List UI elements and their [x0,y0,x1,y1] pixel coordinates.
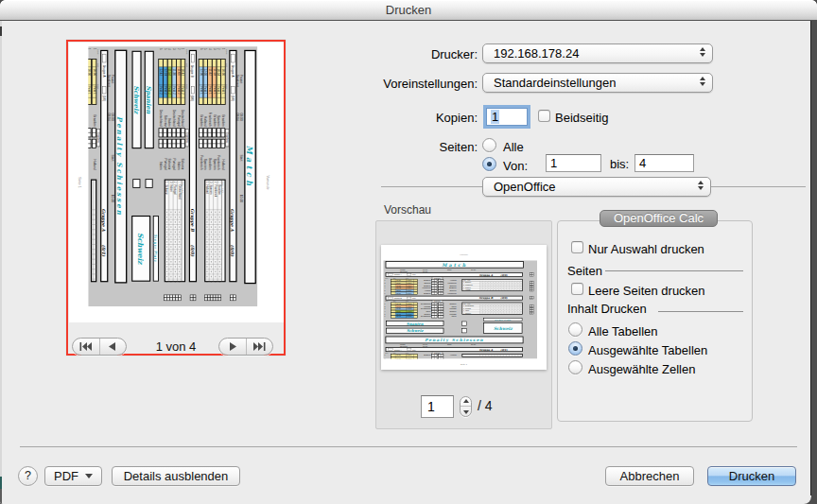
svg-text:Gruppe B: Gruppe B [394,297,402,299]
stepper-up-icon [463,399,469,403]
last-page-button[interactable] [246,339,273,355]
svg-text:Holland: Holland [450,279,456,281]
next-page-button[interactable] [219,339,246,355]
inhalt-separator [658,311,743,312]
copies-input[interactable]: 1 [486,108,528,126]
printer-select[interactable]: 192.168.178.24 [482,43,713,63]
svg-text:Feld 2: Feld 2 [407,303,411,304]
svg-text:4: 4 [385,287,386,288]
svg-text:10:30: 10:30 [396,354,401,356]
selected-cells-label: Ausgewählte Zellen [588,362,695,376]
page-number-input[interactable]: 1 [421,395,454,418]
pdf-menu-button[interactable]: PDF [44,466,102,486]
svg-text:Deutschland: Deutschland [465,304,474,306]
svg-text:(0/0): (0/0) [412,297,416,299]
svg-text:Gruppe A: Gruppe A [479,348,494,352]
cancel-button[interactable]: Abbrechen [605,466,694,486]
svg-text:1: 1 [385,280,386,281]
page-number-stepper[interactable] [460,396,472,417]
svg-text:3: 3 [385,308,386,309]
svg-text:Schweiz: Schweiz [407,328,424,333]
vorschau-label: Vorschau [384,203,431,217]
svg-text:Gruppe A: Gruppe A [394,273,402,275]
svg-text:3: 3 [385,286,386,287]
svg-text:Land: Land [467,304,470,304]
svg-text:Deutschland: Deutschland [421,307,431,309]
pages-to-label: bis: [610,157,629,171]
svg-text:6: 6 [385,316,386,317]
selected-tables-radio[interactable] [568,341,582,356]
last-page-icon [252,342,266,351]
svg-text:Spanien: Spanien [450,289,457,291]
next-page-icon [229,342,236,351]
svg-text:Platz: Platz [463,279,466,281]
svg-text:Schweiz: Schweiz [449,303,456,304]
svg-text:Schweiz: Schweiz [465,313,471,314]
first-page-button[interactable] [73,339,99,355]
svg-text:Feld 1: Feld 1 [407,357,411,359]
svg-text:Ergebnis: Ergebnis [434,301,440,302]
help-button[interactable]: ? [18,466,38,486]
hide-details-button[interactable]: Details ausblenden [112,466,240,486]
svg-text:2: 2 [385,283,386,284]
pages-from-radio[interactable] [482,157,496,171]
duplex-checkbox[interactable] [538,110,550,122]
page-number-value: 1 [427,399,435,414]
svg-text:Holland: Holland [450,354,456,356]
svg-text:12:06: 12:06 [396,289,401,291]
svg-text:Italien: Italien [465,309,469,311]
svg-text:Feld 1: Feld 1 [407,354,411,356]
selected-cells-radio[interactable] [568,360,582,374]
svg-text:Holland: Holland [465,289,471,290]
svg-text:Seite 1: Seite 1 [461,363,468,365]
pdf-menu-arrow-icon [85,474,93,478]
cancel-label: Abbrechen [620,469,680,483]
svg-text:Brasilien: Brasilien [449,287,456,288]
popup-arrows-icon [700,47,705,57]
svg-text:Match: Match [442,262,467,268]
svg-text:11:06: 11:06 [396,305,400,307]
svg-text:Portugal: Portugal [449,313,457,315]
previous-page-button[interactable] [99,339,127,355]
app-section-select[interactable]: OpenOffice [482,177,711,197]
svg-text:Sieger Platz: Sieger Platz [495,319,511,321]
svg-text:Italien: Italien [451,315,456,317]
svg-text:Deutschland: Deutschland [421,315,431,317]
print-empty-pages-checkbox[interactable] [571,283,583,295]
svg-text:11:42: 11:42 [396,287,400,288]
pages-to-input[interactable]: 4 [634,154,694,172]
svg-text:1: 1 [385,304,386,304]
print-selection-checkbox[interactable] [571,241,583,253]
presets-value: Standardeinstellungen [494,76,616,90]
print-label: Drucken [729,469,774,483]
svg-text:Gruppe B: Gruppe B [479,296,494,300]
svg-text:(0/0): (0/0) [500,296,508,300]
svg-text:5: 5 [385,290,386,291]
print-dialog: Drucken VorrundeMatchPause00:00Start10:3… [0,0,817,504]
print-button[interactable]: Drucken [707,466,796,486]
pages-all-radio[interactable] [482,138,496,152]
svg-text:10:42: 10:42 [396,303,401,304]
page-total-label: / 4 [478,398,493,413]
background-notch [0,26,2,36]
pages-to-value: 4 [639,156,646,170]
svg-text:Feld 2: Feld 2 [407,315,411,317]
svg-text:Italien: Italien [426,310,430,312]
svg-text:12:18: 12:18 [396,313,401,315]
copies-value: 1 [491,110,499,124]
svg-text:Frankreich: Frankreich [423,287,431,288]
presets-select[interactable]: Standardeinstellungen [482,73,713,93]
all-tables-radio[interactable] [568,322,582,337]
svg-text:Spanien: Spanien [450,285,457,287]
svg-text:Spanien: Spanien [465,287,471,288]
dialog-title: Drucken [386,3,431,17]
svg-text:2: 2 [385,306,386,307]
svg-text:10:30: 10:30 [471,269,477,270]
preview-page-position: 1 von 4 [138,339,214,354]
background-gray-sliver [0,489,2,504]
stepper-down-icon [463,410,469,414]
stepper-divider [461,406,471,407]
svg-text:Feld 1: Feld 1 [407,287,411,288]
pages-from-input[interactable]: 1 [546,154,601,172]
svg-text:Brasilien: Brasilien [424,354,430,356]
